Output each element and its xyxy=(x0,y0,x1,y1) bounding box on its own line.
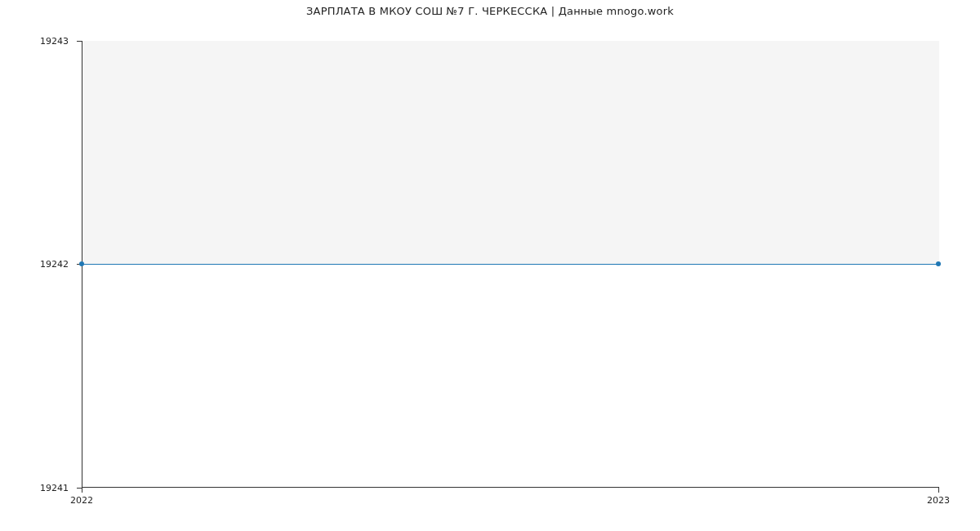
data-point xyxy=(79,261,84,266)
x-tick xyxy=(82,488,82,493)
y-tick xyxy=(77,41,82,42)
series-line xyxy=(82,264,939,265)
salary-chart: ЗАРПЛАТА В МКОУ СОШ №7 Г. ЧЕРКЕССКА | Да… xyxy=(0,0,980,531)
y-tick-label: 19243 xyxy=(0,36,75,47)
y-tick-label: 19241 xyxy=(0,483,75,493)
x-tick-label: 2022 xyxy=(70,495,93,506)
data-point xyxy=(936,261,941,266)
chart-title: ЗАРПЛАТА В МКОУ СОШ №7 Г. ЧЕРКЕССКА | Да… xyxy=(0,5,980,17)
x-tick xyxy=(938,488,939,493)
y-tick-label: 19242 xyxy=(0,259,75,270)
x-tick-label: 2023 xyxy=(927,495,950,506)
